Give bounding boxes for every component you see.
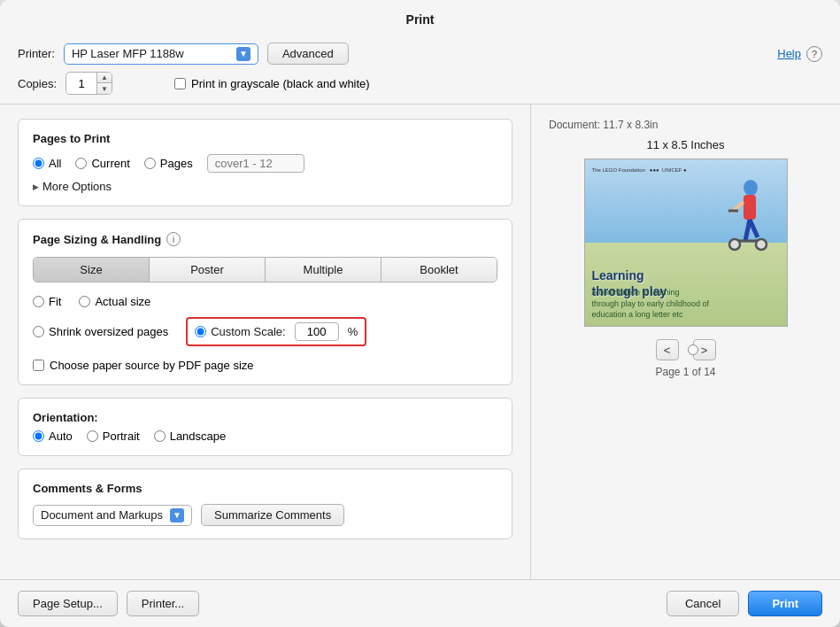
current-option[interactable]: Current — [75, 157, 129, 170]
printer-label: Printer: — [18, 47, 55, 60]
custom-scale-label: Custom Scale: — [211, 325, 286, 338]
comments-row: Document and Markups ▼ Summarize Comment… — [33, 504, 497, 526]
orientation-section: Orientation: Auto Portrait Landscape — [18, 398, 512, 456]
grayscale-row: Print in grayscale (black and white) — [174, 77, 370, 90]
preview-person-svg — [724, 177, 773, 275]
shrink-option[interactable]: Shrink oversized pages — [33, 325, 168, 338]
sizing-info-icon[interactable]: i — [166, 232, 181, 246]
dialog-title: Print — [0, 0, 840, 35]
print-button[interactable]: Print — [748, 591, 822, 616]
portrait-radio[interactable] — [87, 430, 98, 442]
current-radio[interactable] — [75, 158, 87, 169]
all-option[interactable]: All — [33, 157, 61, 170]
tab-booklet[interactable]: Booklet — [381, 258, 497, 282]
landscape-option[interactable]: Landscape — [154, 430, 227, 443]
auto-label: Auto — [49, 430, 73, 443]
all-label: All — [49, 157, 61, 170]
svg-line-5 — [750, 220, 758, 237]
printer-row: Printer: HP Laser MFP 1188w ▼ Advanced H… — [0, 35, 840, 72]
copies-stepper[interactable]: ▲ ▼ — [66, 72, 112, 95]
comments-dropdown[interactable]: Document and Markups ▼ — [33, 505, 192, 526]
copies-input[interactable] — [66, 75, 96, 92]
tab-multiple[interactable]: Multiple — [266, 258, 381, 282]
pages-options: All Current Pages — [33, 154, 497, 173]
more-options[interactable]: ▶ More Options — [33, 180, 497, 193]
copies-row: Copies: ▲ ▼ Print in grayscale (black an… — [0, 72, 840, 104]
scale-input[interactable] — [295, 322, 339, 341]
sizing-title: Page Sizing & Handling — [33, 233, 161, 246]
stepper-down[interactable]: ▼ — [97, 83, 112, 94]
summarize-button[interactable]: Summarize Comments — [201, 504, 344, 526]
pages-title: Pages to Print — [33, 132, 497, 145]
title-text: Print — [406, 12, 435, 27]
percent-label: % — [348, 325, 358, 338]
help-icon[interactable]: ? — [806, 46, 822, 62]
grayscale-label: Print in grayscale (black and white) — [191, 77, 370, 90]
slider-thumb — [688, 344, 698, 355]
pages-section: Pages to Print All Current Pages — [18, 119, 512, 206]
tab-poster[interactable]: Poster — [150, 258, 266, 282]
preview-image: The LEGO Foundation ●●● UNICEF ● Learnin… — [584, 159, 788, 327]
printer-dropdown-arrow: ▼ — [236, 47, 250, 61]
right-panel: Document: 11.7 x 8.3in 11 x 8.5 Inches — [531, 104, 840, 579]
svg-point-7 — [729, 239, 740, 250]
shrink-radio[interactable] — [33, 326, 44, 337]
landscape-radio[interactable] — [154, 430, 166, 442]
sizing-tabs: Size Poster Multiple Booklet — [33, 257, 497, 283]
tab-size[interactable]: Size — [34, 258, 150, 282]
svg-point-8 — [756, 239, 767, 250]
fit-option[interactable]: Fit — [33, 295, 61, 308]
pages-radio[interactable] — [144, 158, 156, 169]
pdf-source-label: Choose paper source by PDF page size — [50, 359, 254, 372]
shrink-custom-row: Shrink oversized pages Custom Scale: % — [33, 317, 497, 346]
actual-size-label: Actual size — [95, 295, 150, 308]
fit-radio[interactable] — [33, 296, 44, 307]
cancel-button[interactable]: Cancel — [667, 591, 739, 616]
actual-size-radio[interactable] — [79, 296, 90, 307]
auto-option[interactable]: Auto — [33, 430, 73, 443]
more-options-triangle: ▶ — [33, 182, 39, 191]
portrait-label: Portrait — [103, 430, 140, 443]
fit-label: Fit — [49, 295, 61, 308]
actual-size-option[interactable]: Actual size — [79, 295, 150, 308]
auto-radio[interactable] — [33, 430, 44, 442]
sizing-title-row: Page Sizing & Handling i — [33, 232, 497, 246]
landscape-label: Landscape — [170, 430, 227, 443]
comments-section: Comments & Forms Document and Markups ▼ … — [18, 468, 512, 539]
comments-dropdown-arrow: ▼ — [170, 508, 184, 522]
print-dialog: Print Printer: HP Laser MFP 1188w ▼ Adva… — [0, 0, 840, 627]
pdf-source-row: Choose paper source by PDF page size — [33, 359, 497, 372]
all-radio[interactable] — [33, 158, 44, 169]
more-options-label: More Options — [42, 180, 112, 193]
page-setup-button[interactable]: Page Setup... — [18, 591, 118, 616]
pages-option[interactable]: Pages — [144, 157, 193, 170]
portrait-option[interactable]: Portrait — [87, 430, 140, 443]
paper-size-label: 11 x 8.5 Inches — [646, 138, 724, 151]
printer-button[interactable]: Printer... — [127, 591, 199, 616]
custom-scale-option[interactable]: Custom Scale: — [195, 325, 286, 338]
bottom-bar: Page Setup... Printer... Cancel Print — [0, 579, 840, 627]
preview-logo: The LEGO Foundation ●●● UNICEF ● — [592, 166, 687, 173]
custom-scale-radio[interactable] — [195, 326, 206, 337]
page-label: Page 1 of 14 — [655, 366, 715, 378]
shrink-label: Shrink oversized pages — [49, 325, 168, 338]
pages-label: Pages — [160, 157, 193, 170]
sizing-section: Page Sizing & Handling i Size Poster Mul… — [18, 219, 512, 385]
pages-range-input[interactable] — [207, 154, 304, 173]
help-link[interactable]: Help — [777, 47, 801, 60]
pdf-source-checkbox[interactable] — [33, 360, 44, 371]
preview-content: The LEGO Foundation ●●● UNICEF ● Learnin… — [585, 159, 787, 326]
printer-dropdown[interactable]: HP Laser MFP 1188w ▼ — [64, 43, 258, 65]
fit-actual-row: Fit Actual size — [33, 295, 497, 308]
left-panel: Pages to Print All Current Pages — [0, 104, 531, 579]
advanced-button[interactable]: Advanced — [267, 43, 349, 65]
stepper-up[interactable]: ▲ — [97, 73, 112, 83]
svg-rect-1 — [744, 195, 756, 220]
grayscale-checkbox[interactable] — [174, 78, 186, 89]
help-area: Help ? — [777, 46, 822, 62]
comments-value: Document and Markups — [41, 508, 165, 522]
svg-point-0 — [744, 180, 758, 196]
printer-value: HP Laser MFP 1188w — [72, 47, 231, 60]
prev-page-button[interactable]: < — [656, 339, 679, 360]
comments-title: Comments & Forms — [33, 482, 497, 495]
